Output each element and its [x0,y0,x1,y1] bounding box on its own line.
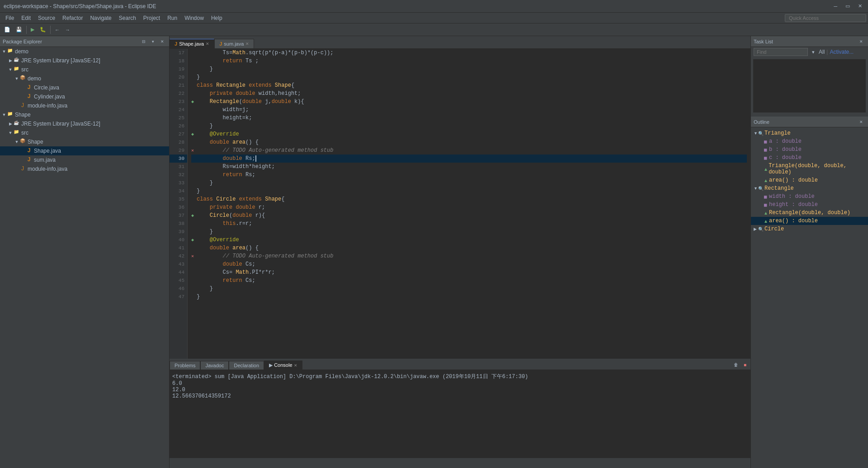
tree-item-cylinder-java[interactable]: J Cylinder.java [0,92,169,101]
tree-arrow-demo-pkg: ▼ [14,76,19,81]
menu-help[interactable]: Help [208,15,226,21]
minimize-button[interactable]: ─ [831,2,840,10]
tree-item-demo-project[interactable]: ▼ 📁 demo [0,47,169,56]
code-line-36: private double r; [191,203,747,211]
code-line-46: } [191,285,747,293]
center-panel: J Shape.java ✕ J sum.java ✕ 17 18 19 20 … [170,36,750,468]
task-list-close-button[interactable]: ✕ [857,38,865,45]
line-numbers: 17 18 19 20 21 22 23 24 25 26 27 28 29 3… [170,49,188,359]
find-input[interactable] [754,48,808,56]
tree-item-src-shape[interactable]: ▼ 📁 src [0,128,169,137]
activate-label[interactable]: Activate... [830,49,854,55]
tree-item-sum-java[interactable]: J sum.java [0,155,169,164]
demo-project-label: demo [15,48,28,55]
back-button[interactable]: ← [52,26,62,34]
menu-source[interactable]: Source [34,15,59,21]
code-line-47: } [191,293,747,301]
tab-sum-java[interactable]: J sum.java ✕ [214,39,254,48]
menu-refactor[interactable]: Refactor [59,15,86,21]
tab-shape-close[interactable]: ✕ [206,42,209,46]
tree-item-jre-demo[interactable]: ▶ ☕ JRE System Library [JavaSE-12] [0,56,169,65]
debug-button[interactable]: 🐛 [38,25,48,34]
module-demo-label: module-info.java [28,103,67,109]
tab-declaration[interactable]: Declaration [229,361,264,370]
code-text-35: class Circle extends Shape{ [197,196,284,202]
menu-file[interactable]: File [2,15,18,21]
line-19: 19 [170,65,187,73]
find-all-button[interactable]: ▾ [810,48,817,56]
menu-project[interactable]: Project [140,15,164,21]
tab-console-close[interactable]: ✕ [294,363,297,368]
code-line-39: } [191,228,747,236]
save-button[interactable]: 💾 [14,25,24,34]
tree-item-shape-java[interactable]: J Shape.java [0,146,169,155]
close-button[interactable]: ✕ [856,2,864,10]
tab-javadoc[interactable]: Javadoc [200,361,229,370]
line-26: 26 [170,122,187,130]
code-text-17: Ts=Math.sqrt(p*(p-a)*(p-b)*(p-c)); [197,50,334,56]
code-text-23: Rectangle(double j,double k){ [197,98,304,105]
circle-java-label: Circle.java [34,84,59,91]
tab-sum-close[interactable]: ✕ [245,42,249,46]
menu-navigate[interactable]: Navigate [86,15,115,21]
code-line-26: } [191,122,747,130]
field-a-label: a : double [769,138,802,145]
pe-close-button[interactable]: ✕ [158,38,166,45]
quick-access-input[interactable] [785,14,866,22]
outline-close-button[interactable]: ✕ [857,118,865,126]
outline-rectangle-constructor[interactable]: ▲ Rectangle(double, double) [751,209,868,217]
tree-item-jre-shape[interactable]: ▶ ☕ JRE System Library [JavaSE-12] [0,119,169,128]
outline-c-field[interactable]: ◼ c : double [751,154,868,162]
code-line-34: } [191,187,747,195]
outline-width-field[interactable]: ◼ width : double [751,192,868,201]
outline-rectangle-area[interactable]: ▲ area() : double [751,217,868,225]
code-line-25: height=k; [191,114,747,122]
package-explorer-panel: Package Explorer ⊟ ▾ ✕ ▼ 📁 demo ▶ ☕ JRE … [0,36,170,468]
tree-item-module-info-demo[interactable]: J module-info.java [0,101,169,110]
outline-triangle-area[interactable]: ▲ area() : double [751,176,868,184]
task-list-header: Task List ✕ [751,36,868,47]
code-line-37: ◆ Circle(double r){ [191,211,747,220]
outline-triangle[interactable]: ▼ 🔍 Triangle [751,129,868,137]
code-content[interactable]: Ts=Math.sqrt(p*(p-a)*(p-b)*(p-c)); retur… [188,49,750,359]
line-25: 25 [170,114,187,122]
rect-ctor-label: Rectangle(double, double) [769,210,850,216]
menu-search[interactable]: Search [115,15,140,21]
menu-window[interactable]: Window [181,15,208,21]
maximize-button[interactable]: ▭ [843,2,852,10]
pe-collapse-button[interactable]: ⊟ [140,38,148,45]
run-button[interactable]: ▶ [28,25,37,34]
code-text-36: private double r; [197,204,265,211]
code-text-34: } [197,188,200,194]
tree-item-demo-package[interactable]: ▼ 📦 demo [0,74,169,83]
outline-b-field[interactable]: ◼ b : double [751,145,868,154]
outline-a-field[interactable]: ◼ a : double [751,137,868,145]
tree-item-circle-java[interactable]: J Circle.java [0,83,169,92]
line-39: 39 [170,228,187,236]
tab-shape-java[interactable]: J Shape.java ✕ [170,39,214,48]
outline-height-field[interactable]: ◼ height : double [751,201,868,209]
outline-circle[interactable]: ▶ 🔍 Circle [751,225,868,233]
console-clear-button[interactable]: 🗑 [731,361,741,369]
pe-menu-button[interactable]: ▾ [150,38,156,45]
outline-rectangle[interactable]: ▼ 🔍 Rectangle [751,184,868,192]
src-shape-icon: 📁 [13,129,20,136]
tab-console[interactable]: ▶ Console ✕ [264,360,302,370]
triangle-area-label: area() : double [769,177,818,183]
new-button[interactable]: 📄 [2,25,13,34]
tree-item-src-demo[interactable]: ▼ 📁 src [0,65,169,74]
marker-23: ◆ [191,99,195,104]
tree-item-shape-package[interactable]: ▼ 📦 Shape [0,137,169,146]
tree-item-module-shape[interactable]: J module-info.java [0,164,169,173]
console-terminate-button[interactable]: ■ [741,361,749,369]
forward-button[interactable]: → [63,26,72,34]
menu-run[interactable]: Run [164,15,181,21]
tree-item-shape-project[interactable]: ▼ 📁 Shape [0,110,169,119]
outline-triangle-constructor[interactable]: ▲ Triangle(double, double, double) [751,162,868,176]
shape-project-icon: 📁 [6,111,14,118]
src-shape-label: src [21,130,28,136]
code-line-29: ✕ // TODO Auto-generated method stub [191,146,747,154]
menu-edit[interactable]: Edit [18,15,34,21]
code-editor[interactable]: 17 18 19 20 21 22 23 24 25 26 27 28 29 3… [170,49,750,359]
tab-problems[interactable]: Problems [170,361,200,370]
